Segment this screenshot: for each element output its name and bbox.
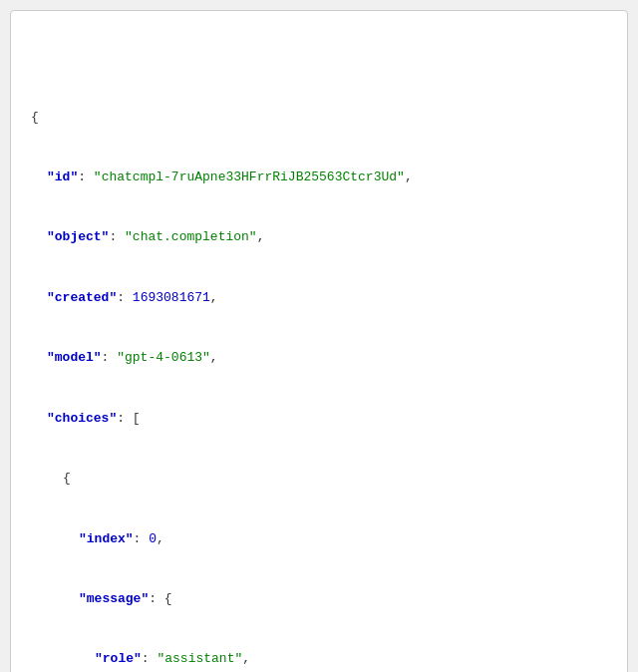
role-key: "role" — [95, 651, 142, 666]
choices-key: "choices" — [47, 411, 117, 426]
index-value: 0 — [149, 531, 157, 546]
id-line: "id": "chatcmpl-7ruApne33HFrrRiJB25563Ct… — [47, 168, 607, 187]
message-open-line: "message": { — [79, 589, 607, 609]
object-key: "object" — [47, 229, 109, 244]
created-value: 1693081671 — [133, 290, 210, 305]
role-line: "role": "assistant", — [95, 649, 607, 669]
role-value: "assistant" — [157, 651, 242, 666]
choices-open: { — [63, 469, 607, 489]
object-line: "object": "chat.completion", — [47, 227, 607, 247]
model-key: "model" — [47, 350, 102, 365]
json-content: { "id": "chatcmpl-7ruApne33HFrrRiJB25563… — [31, 67, 607, 672]
message-key: "message" — [79, 591, 149, 606]
index-line: "index": 0, — [79, 529, 607, 549]
choices-line: "choices": [ — [47, 409, 607, 429]
created-line: "created": 1693081671, — [47, 288, 607, 308]
model-line: "model": "gpt-4-0613", — [47, 348, 607, 368]
created-key: "created" — [47, 290, 117, 305]
object-value: "chat.completion" — [125, 229, 257, 244]
model-value: "gpt-4-0613" — [117, 350, 210, 365]
index-key: "index" — [79, 531, 134, 546]
json-viewer: { "id": "chatcmpl-7ruApne33HFrrRiJB25563… — [10, 10, 628, 672]
id-key: "id" — [47, 169, 78, 184]
open-brace: { — [31, 108, 607, 128]
id-value: "chatcmpl-7ruApne33HFrrRiJB25563Ctcr3Ud" — [94, 169, 405, 184]
